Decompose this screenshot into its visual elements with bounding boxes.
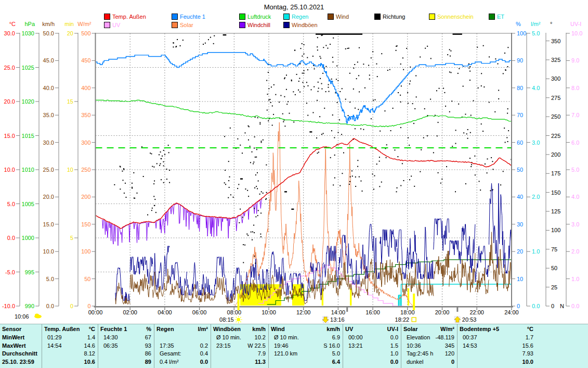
- svg-text:50: 50: [84, 276, 90, 282]
- sun-moon-time-label: 10:06: [15, 313, 29, 320]
- svg-text:60: 60: [517, 139, 523, 146]
- axis-unit-sun: min: [64, 21, 74, 27]
- x-tick-label: 14:00: [331, 309, 346, 315]
- svg-text:0: 0: [551, 303, 554, 309]
- stat-sublabel: 01:29: [44, 334, 62, 342]
- x-tick-label: 16:00: [365, 309, 380, 315]
- svg-text:100: 100: [81, 248, 90, 255]
- svg-text:20: 20: [67, 30, 73, 36]
- axis-unit-hum: %: [516, 21, 521, 27]
- stat-value: 0.4: [200, 350, 208, 358]
- stat-value: 0: [451, 358, 454, 366]
- axis-unit-solar: W/m²: [77, 21, 92, 27]
- table-row-label: 25.10. 23:59: [2, 358, 39, 366]
- svg-text:10.0: 10.0: [43, 248, 54, 255]
- svg-text:250: 250: [81, 167, 90, 173]
- stat-value: 0.0: [200, 358, 208, 366]
- svg-text:40.0: 40.0: [43, 85, 54, 91]
- stat-sublabel: 14:30: [100, 334, 118, 342]
- svg-text:1020: 1020: [22, 98, 34, 105]
- sensor-unit: W/m²: [440, 325, 454, 334]
- svg-text:1000: 1000: [22, 235, 34, 241]
- stat-value: 1.5: [390, 342, 398, 350]
- stat-value: S 16.0: [323, 342, 340, 350]
- axis-unit-wind: km/h: [42, 21, 55, 27]
- svg-text:7.0: 7.0: [571, 112, 579, 118]
- sensor-stats-table: SensorMinWertMaxWertDurchschnitt25.10. 2…: [0, 324, 588, 368]
- stat-sublabel: Elevation: [403, 334, 430, 342]
- svg-text:2.0: 2.0: [532, 194, 540, 200]
- stat-sublabel: 19:46: [271, 342, 289, 350]
- stat-sublabel: [213, 350, 216, 358]
- svg-text:15.0: 15.0: [4, 133, 15, 139]
- sensor-unit: °C: [527, 325, 533, 334]
- stat-sublabel: 10:36: [403, 342, 421, 350]
- svg-text:0: 0: [517, 303, 520, 309]
- svg-text:2.0: 2.0: [571, 248, 579, 255]
- table-col-rowlabels: SensorMinWertMaxWertDurchschnitt25.10. 2…: [0, 324, 42, 368]
- svg-text:45.0: 45.0: [43, 57, 54, 64]
- svg-text:30.0: 30.0: [43, 139, 54, 146]
- sensor-name: Wind: [271, 325, 285, 334]
- stat-value: 6.4: [332, 358, 340, 366]
- stat-sublabel: 0.4 l/m²: [156, 358, 179, 366]
- stat-sublabel: [345, 358, 348, 366]
- sun-moon-time-label: 13:16: [330, 316, 345, 323]
- sensor-name: Temp. Außen: [44, 325, 80, 334]
- table-col-feuchte-1: Feuchte 1%14:306706:35938689: [98, 324, 154, 368]
- x-tick-label: 06:00: [192, 309, 207, 315]
- svg-text:30.0: 30.0: [4, 30, 15, 36]
- svg-text:3.0: 3.0: [571, 221, 579, 227]
- svg-text:15.0: 15.0: [43, 221, 54, 227]
- stat-value: 1.7: [526, 334, 533, 342]
- sunshine-series: [240, 284, 409, 306]
- svg-text:400: 400: [81, 85, 90, 91]
- svg-text:200: 200: [81, 194, 90, 200]
- stat-value: 10.0: [522, 358, 533, 366]
- svg-text:125: 125: [551, 208, 560, 214]
- stat-sublabel: Ø 10 min.: [271, 334, 299, 342]
- svg-text:8.0: 8.0: [571, 85, 579, 91]
- svg-text:100: 100: [551, 227, 560, 233]
- sun-moon-time-label: 20:53: [462, 316, 477, 323]
- svg-text:10: 10: [517, 276, 523, 282]
- stat-sublabel: [213, 358, 216, 366]
- stat-value: 0.0: [390, 334, 398, 342]
- svg-text:1025: 1025: [22, 65, 34, 71]
- stat-value: 1.0: [390, 350, 398, 358]
- stat-value: 10.6: [84, 358, 95, 366]
- stat-sublabel: 14:54: [44, 342, 62, 350]
- x-tick-label: 10:00: [262, 309, 276, 315]
- sensor-unit: °C: [89, 325, 95, 334]
- sun-moon-time-label: 18:22: [395, 316, 410, 323]
- svg-text:150: 150: [81, 221, 90, 227]
- svg-text:5.0: 5.0: [571, 167, 579, 173]
- svg-text:80: 80: [517, 85, 523, 91]
- svg-text:-5.0: -5.0: [5, 269, 15, 275]
- svg-text:10.0: 10.0: [571, 30, 582, 36]
- svg-text:0.0: 0.0: [532, 303, 540, 309]
- x-tick-label: 12:00: [296, 309, 311, 315]
- svg-text:0: 0: [70, 303, 73, 309]
- x-tick-label: 02:00: [123, 309, 137, 315]
- table-row-label: MinWert: [2, 334, 39, 342]
- stat-sublabel: [156, 334, 160, 342]
- x-tick-label: 18:00: [400, 309, 415, 315]
- svg-text:225: 225: [551, 133, 560, 139]
- richtung-series: [114, 33, 512, 263]
- svg-text:50: 50: [551, 265, 557, 271]
- stat-value: 15.6: [522, 342, 533, 350]
- stat-sublabel: dunkel: [403, 358, 423, 366]
- stat-value: 67: [145, 334, 151, 342]
- svg-text:15: 15: [67, 98, 73, 105]
- stat-sublabel: 06:35: [100, 342, 118, 350]
- svg-text:N: N: [560, 303, 564, 309]
- svg-text:150: 150: [551, 189, 560, 196]
- svg-text:5: 5: [70, 235, 73, 241]
- sensor-unit: l/m²: [198, 325, 208, 334]
- sensor-name: Solar: [403, 325, 418, 334]
- svg-text:995: 995: [25, 269, 34, 275]
- stat-value: 1.4: [87, 334, 95, 342]
- svg-text:10: 10: [67, 167, 73, 173]
- sensor-name: Regen: [156, 325, 174, 334]
